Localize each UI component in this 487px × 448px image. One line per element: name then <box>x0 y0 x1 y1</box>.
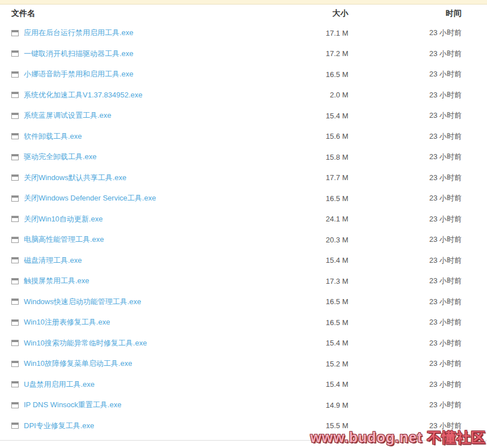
table-row: 关闭Windows默认共享工具.exe 17.7 M 23 小时前 <box>0 168 487 189</box>
file-link[interactable]: 驱动完全卸载工具.exe <box>24 152 97 162</box>
file-name-cell: 电脑高性能管理工具.exe <box>0 234 297 245</box>
window-file-icon <box>11 50 19 57</box>
window-file-icon <box>11 216 19 222</box>
window-file-icon <box>11 133 19 139</box>
file-time: 23 小时前 <box>348 338 487 348</box>
file-name-cell: Win10搜索功能异常临时修复工具.exe <box>0 338 297 348</box>
file-name-cell: Win10故障修复菜单启动工具.exe <box>0 359 297 369</box>
table-header-row: 文件名 大小 时间 <box>0 5 487 23</box>
window-file-icon <box>11 278 19 284</box>
file-time: 23 小时前 <box>348 297 487 307</box>
table-row: IP DNS Winsock重置工具.exe 14.9 M 23 小时前 <box>0 395 487 416</box>
table-body: 应用在后台运行禁用启用工具.exe 17.1 M 23 小时前 一键取消开机扫描… <box>0 23 487 436</box>
file-time: 23 小时前 <box>348 28 487 38</box>
table-row: 系统优化加速工具V1.37.834952.exe 2.0 M 23 小时前 <box>0 85 487 106</box>
table-row: 应用在后台运行禁用启用工具.exe 17.1 M 23 小时前 <box>0 23 487 44</box>
window-file-icon <box>11 381 19 387</box>
file-size: 15.8 M <box>297 153 348 161</box>
table-row: Windows快速启动功能管理工具.exe 16.5 M 23 小时前 <box>0 292 487 313</box>
window-file-icon <box>11 71 19 78</box>
file-link[interactable]: Win10故障修复菜单启动工具.exe <box>24 359 132 369</box>
file-link[interactable]: Win10搜索功能异常临时修复工具.exe <box>24 338 147 348</box>
file-size: 16.5 M <box>297 194 348 203</box>
file-link[interactable]: 一键取消开机扫描驱动器工具.exe <box>24 49 134 59</box>
file-time: 23 小时前 <box>348 379 487 390</box>
file-link[interactable]: DPI专业修复工具.exe <box>24 421 94 431</box>
file-size: 20.3 M <box>297 236 348 244</box>
file-name-cell: 关闭Windows Defender Service工具.exe <box>0 193 297 203</box>
file-size: 16.5 M <box>297 70 348 79</box>
file-size: 16.5 M <box>297 297 348 306</box>
window-file-icon <box>11 423 19 429</box>
file-link[interactable]: 关闭Win10自动更新.exe <box>24 214 102 224</box>
file-time: 23 小时前 <box>348 90 487 100</box>
table-row: 驱动完全卸载工具.exe 15.8 M 23 小时前 <box>0 147 487 168</box>
file-link[interactable]: 应用在后台运行禁用启用工具.exe <box>24 28 134 38</box>
table-row: 磁盘清理工具.exe 15.4 M 23 小时前 <box>0 250 487 271</box>
window-file-icon <box>11 319 19 326</box>
table-row: Win10注册表修复工具.exe 16.5 M 23 小时前 <box>0 312 487 333</box>
file-name-cell: 系统优化加速工具V1.37.834952.exe <box>0 90 297 100</box>
file-time: 23 小时前 <box>348 49 487 59</box>
file-time: 23 小时前 <box>348 173 487 183</box>
file-link[interactable]: 软件卸载工具.exe <box>24 131 82 142</box>
file-listing: 文件名 大小 时间 应用在后台运行禁用启用工具.exe 17.1 M 23 小时… <box>0 5 487 441</box>
file-link[interactable]: 系统优化加速工具V1.37.834952.exe <box>24 90 143 100</box>
top-accent-bar <box>0 0 487 5</box>
file-link[interactable]: IP DNS Winsock重置工具.exe <box>24 400 121 410</box>
file-size: 2.0 M <box>297 91 348 99</box>
table-row: 软件卸载工具.exe 15.6 M 23 小时前 <box>0 126 487 147</box>
table-row: DPI专业修复工具.exe 15.5 M 23 小时前 <box>0 416 487 437</box>
file-time: 23 小时前 <box>348 359 487 369</box>
table-row: Win10故障修复菜单启动工具.exe 15.2 M 23 小时前 <box>0 353 487 374</box>
file-link[interactable]: 系统蓝屏调试设置工具.exe <box>24 110 112 121</box>
column-header-time: 时间 <box>348 8 487 19</box>
window-file-icon <box>11 257 19 263</box>
file-size: 16.5 M <box>297 318 348 327</box>
file-size: 15.4 M <box>297 256 348 264</box>
window-file-icon <box>11 340 19 346</box>
file-name-cell: Win10注册表修复工具.exe <box>0 317 297 327</box>
file-time: 23 小时前 <box>348 317 487 327</box>
file-link[interactable]: Win10注册表修复工具.exe <box>24 317 110 327</box>
column-header-filename: 文件名 <box>0 8 297 19</box>
file-time: 23 小时前 <box>348 400 487 410</box>
window-file-icon <box>11 361 19 367</box>
file-link[interactable]: 磁盘清理工具.exe <box>24 255 82 266</box>
file-name-cell: 关闭Win10自动更新.exe <box>0 214 297 224</box>
file-size: 14.9 M <box>297 401 348 409</box>
file-link[interactable]: Windows快速启动功能管理工具.exe <box>24 297 141 307</box>
file-name-cell: 系统蓝屏调试设置工具.exe <box>0 110 297 121</box>
file-link[interactable]: 关闭Windows Defender Service工具.exe <box>24 193 156 203</box>
file-time: 23 小时前 <box>348 234 487 245</box>
file-size: 15.2 M <box>297 360 348 368</box>
file-time: 23 小时前 <box>348 131 487 142</box>
file-name-cell: DPI专业修复工具.exe <box>0 421 297 431</box>
file-name-cell: U盘禁用启用工具.exe <box>0 379 297 390</box>
file-time: 23 小时前 <box>348 193 487 203</box>
window-file-icon <box>11 174 19 181</box>
table-row: 系统蓝屏调试设置工具.exe 15.4 M 23 小时前 <box>0 105 487 126</box>
file-name-cell: 关闭Windows默认共享工具.exe <box>0 173 297 183</box>
file-name-cell: IP DNS Winsock重置工具.exe <box>0 400 297 410</box>
file-size: 15.4 M <box>297 339 348 347</box>
table-row: 电脑高性能管理工具.exe 20.3 M 23 小时前 <box>0 229 487 250</box>
file-link[interactable]: U盘禁用启用工具.exe <box>24 379 95 390</box>
table-row: U盘禁用启用工具.exe 15.4 M 23 小时前 <box>0 374 487 395</box>
table-row: 关闭Win10自动更新.exe 24.1 M 23 小时前 <box>0 209 487 230</box>
table-row: 关闭Windows Defender Service工具.exe 16.5 M … <box>0 188 487 209</box>
file-name-cell: 应用在后台运行禁用启用工具.exe <box>0 28 297 38</box>
file-link[interactable]: 触摸屏禁用工具.exe <box>24 276 89 286</box>
file-name-cell: 一键取消开机扫描驱动器工具.exe <box>0 49 297 59</box>
table-row: 一键取消开机扫描驱动器工具.exe 17.2 M 23 小时前 <box>0 44 487 65</box>
file-size: 15.5 M <box>297 421 348 430</box>
window-file-icon <box>11 113 19 119</box>
file-link[interactable]: 关闭Windows默认共享工具.exe <box>24 173 126 183</box>
window-file-icon <box>11 402 19 408</box>
file-link[interactable]: 小娜语音助手禁用和启用工具.exe <box>24 69 134 79</box>
file-time: 23 小时前 <box>348 421 487 431</box>
window-file-icon <box>11 154 19 160</box>
column-header-size: 大小 <box>297 8 348 19</box>
file-time: 23 小时前 <box>348 255 487 266</box>
file-link[interactable]: 电脑高性能管理工具.exe <box>24 234 104 245</box>
